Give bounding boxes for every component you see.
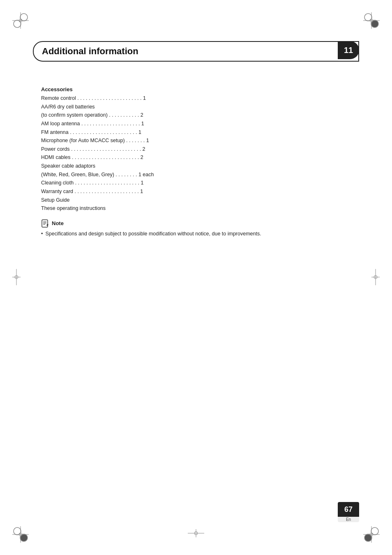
note-item: Specifications and design subject to pos… bbox=[41, 230, 359, 238]
note-box: Note Specifications and design subject t… bbox=[41, 219, 359, 238]
list-item: AA/R6 dry cell batteries bbox=[41, 103, 359, 111]
page-number-badge: 67 bbox=[338, 502, 359, 517]
svg-point-0 bbox=[14, 20, 21, 28]
list-item: (White, Red, Green, Blue, Grey) . . . . … bbox=[41, 170, 359, 179]
list-item: These operating instructions bbox=[41, 204, 359, 213]
note-text: Specifications and design subject to pos… bbox=[45, 230, 261, 238]
list-item: Warranty card . . . . . . . . . . . . . … bbox=[41, 187, 359, 196]
list-item: Setup Guide bbox=[41, 196, 359, 205]
list-item: AM loop antenna . . . . . . . . . . . . … bbox=[41, 120, 359, 128]
list-item: Remote control . . . . . . . . . . . . .… bbox=[41, 94, 359, 103]
svg-point-15 bbox=[371, 527, 378, 535]
chapter-header: Additional information 11 bbox=[33, 41, 359, 62]
list-item: Cleaning cloth . . . . . . . . . . . . .… bbox=[41, 179, 359, 187]
note-heading: Note bbox=[52, 220, 64, 226]
note-header: Note bbox=[41, 219, 359, 228]
corner-mark-tr bbox=[363, 12, 380, 29]
corner-mark-tl bbox=[12, 12, 29, 29]
svg-point-5 bbox=[371, 20, 378, 28]
list-item: Microphone (for Auto MCACC setup) . . . … bbox=[41, 136, 359, 145]
corner-mark-br bbox=[363, 526, 380, 543]
list-item: HDMI cables . . . . . . . . . . . . . . … bbox=[41, 153, 359, 162]
list-item: Power cords . . . . . . . . . . . . . . … bbox=[41, 145, 359, 154]
list-item: (to confirm system operation) . . . . . … bbox=[41, 111, 359, 120]
svg-point-10 bbox=[14, 527, 21, 535]
list-item: Speaker cable adaptors bbox=[41, 162, 359, 170]
side-mark-left bbox=[12, 269, 21, 286]
bottom-center-mark bbox=[188, 529, 204, 539]
svg-point-1 bbox=[20, 14, 28, 21]
accessories-heading: Accessories bbox=[41, 86, 359, 92]
page: Additional information 11 Accessories Re… bbox=[0, 0, 392, 555]
corner-mark-bl bbox=[12, 526, 29, 543]
svg-point-6 bbox=[364, 14, 372, 21]
svg-point-16 bbox=[364, 534, 372, 541]
page-lang: En bbox=[338, 517, 359, 522]
svg-rect-29 bbox=[42, 220, 48, 227]
page-title: Additional information bbox=[42, 46, 350, 57]
chapter-badge: 11 bbox=[338, 41, 359, 59]
note-icon bbox=[41, 219, 49, 228]
side-mark-right bbox=[371, 269, 380, 286]
page-number-section: 67 En bbox=[338, 502, 359, 522]
list-item: FM antenna . . . . . . . . . . . . . . .… bbox=[41, 128, 359, 137]
accessories-list: Remote control . . . . . . . . . . . . .… bbox=[41, 94, 359, 213]
svg-point-11 bbox=[20, 534, 28, 541]
content-area: Accessories Remote control . . . . . . .… bbox=[33, 74, 359, 238]
